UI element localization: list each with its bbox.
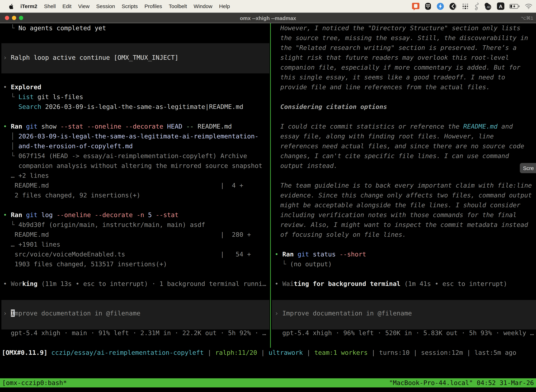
macos-menu-bar: iTerm2ShellEditViewSessionScriptsProfile… — [0, 0, 536, 13]
tmux-session-window: [omx-cczip0:bash* — [2, 378, 67, 387]
window-shortcut-badge: ⌥⌘1 — [521, 15, 533, 21]
left-pane[interactable]: └ No agents completed yet› Ralph loop ac… — [0, 23, 270, 348]
terminal-line: README.md | 4 + — [3, 181, 270, 190]
terminal-line — [3, 200, 270, 210]
squiggle-icon[interactable] — [474, 2, 479, 10]
screen-indicator-overlay[interactable]: Scre — [520, 163, 536, 173]
terminal-line — [275, 92, 536, 102]
menu-item-shell[interactable]: Shell — [44, 3, 56, 9]
terminal-line — [3, 318, 270, 328]
terminal-line: └ No agents completed yet — [3, 23, 270, 33]
terminal-line: review. Also, I might want to inspect th… — [275, 220, 536, 230]
terminal-line: • Ran git status --short — [275, 249, 536, 259]
terminal-gap — [0, 358, 536, 378]
traffic-lights — [0, 16, 23, 20]
terminal-line: └ 4b9d30f (origin/main, instructkr/main,… — [3, 220, 270, 230]
zoom-button[interactable] — [19, 16, 23, 20]
terminal-line: companion analysis without altering the … — [3, 161, 270, 171]
minimize-button[interactable] — [12, 16, 16, 20]
badge-61-label: ..61 — [486, 5, 491, 9]
terminal-line — [275, 299, 536, 308]
terminal-line: references need actual files, and since … — [275, 141, 536, 151]
terminal-line: the "Related research writing" section i… — [275, 43, 536, 53]
terminal-line — [3, 33, 270, 43]
apple-menu-icon[interactable] — [9, 3, 14, 9]
terminal-line — [275, 171, 536, 181]
terminal-line — [275, 112, 536, 121]
omx-status-bar: [OMX#0.11.9] cczip/essay/ai-reimplementa… — [0, 348, 536, 358]
terminal-line: output instead. — [275, 161, 536, 171]
menu-item-scripts[interactable]: Scripts — [122, 3, 138, 9]
wifi-icon[interactable] — [525, 3, 532, 9]
menu-item-session[interactable]: Session — [96, 3, 115, 9]
menu-item-toolbelt[interactable]: Toolbelt — [169, 3, 187, 9]
menu-items: iTerm2ShellEditViewSessionScriptsProfile… — [9, 3, 412, 9]
menu-item-window[interactable]: Window — [194, 3, 212, 9]
terminal-line: • Waiting for background terminal (1m 41… — [275, 279, 536, 289]
terminal: └ No agents completed yet› Ralph loop ac… — [0, 23, 536, 392]
terminal-line: gpt-5.4 xhigh · 96% left · 520K in · 5.8… — [275, 328, 536, 338]
blue-bolt-icon[interactable] — [436, 2, 444, 10]
battery-charging-icon[interactable] — [509, 4, 520, 9]
menu-item-edit[interactable]: Edit — [62, 3, 72, 9]
badge-61-icon[interactable]: ..61 — [483, 2, 492, 10]
terminal-line: │ and-the-erosion-of-copyleft.md — [3, 141, 270, 151]
menu-item-list: iTerm2ShellEditViewSessionScriptsProfile… — [20, 3, 230, 9]
terminal-line: › Improve documentation in @filename — [275, 308, 536, 318]
terminal-line: 2 files changed, 92 insertions(+) — [3, 190, 270, 200]
terminal-line: including verification notes with those … — [275, 210, 536, 220]
close-button[interactable] — [5, 16, 9, 20]
terminal-line: I could cite commit statistics or refere… — [275, 121, 536, 131]
terminal-line: › Improve documentation in @filename — [3, 308, 270, 318]
screen: iTerm2ShellEditViewSessionScriptsProfile… — [0, 0, 536, 392]
terminal-line — [275, 269, 536, 279]
window-title-bar: omx --xhigh --madmax ⌥⌘1 — [0, 13, 536, 23]
terminal-line: Considering citation options — [275, 102, 536, 112]
terminal-line: • Ran git show --stat --oneline --decora… — [3, 121, 270, 131]
terminal-line — [3, 43, 270, 53]
chat-bubble-icon[interactable] — [412, 2, 420, 10]
terminal-line: provide file and line references from th… — [275, 82, 536, 92]
terminal-line — [3, 269, 270, 279]
terminal-line: └ (no output) — [275, 259, 536, 269]
terminal-line: of focusing solely on file lines. — [275, 230, 536, 240]
terminal-line: › Ralph loop active continue [OMX_TMUX_I… — [3, 53, 270, 62]
tmux-panes: └ No agents completed yet› Ralph loop ac… — [0, 23, 536, 348]
tmux-status-bar: [omx-cczip0:bash* "MacBook-Pro-44.local"… — [0, 378, 536, 387]
terminal-line: the source tree, missing the essay. Stil… — [275, 33, 536, 43]
terminal-line: gpt-5.4 xhigh · main · 91% left · 2.31M … — [3, 328, 270, 338]
menu-item-iterm2[interactable]: iTerm2 — [20, 3, 37, 9]
letter-a-icon[interactable]: A — [497, 2, 504, 10]
terminal-line: … +1901 lines — [3, 240, 270, 249]
terminal-line — [275, 289, 536, 299]
terminal-line: README.md | 280 + — [3, 230, 270, 240]
terminal-line: src/voice/voiceModeEnabled.ts | 54 + — [3, 249, 270, 259]
shield-grid-icon[interactable] — [425, 2, 431, 10]
menu-item-view[interactable]: View — [78, 3, 90, 9]
window-title: omx --xhigh --madmax — [0, 15, 536, 21]
terminal-line: • Explored — [3, 82, 270, 92]
terminal-line: evidence. Since this change only affects… — [275, 190, 536, 200]
circle-chevron-icon[interactable] — [449, 2, 457, 10]
menu-item-help[interactable]: Help — [219, 3, 230, 9]
dots-grid-icon[interactable] — [462, 3, 469, 10]
terminal-line — [3, 72, 270, 82]
terminal-line — [3, 299, 270, 308]
terminal-line: However, I noticed the "Directory Struct… — [275, 23, 536, 33]
terminal-line: [OMX#0.11.9] cczip/essay/ai-reimplementa… — [2, 348, 536, 358]
terminal-line: • Working (11m 13s • esc to interrupt) ·… — [3, 279, 270, 289]
terminal-line: this single essay, it seems like a good … — [275, 72, 536, 82]
terminal-line — [3, 112, 270, 121]
terminal-line: └ List git ls-files — [3, 92, 270, 102]
tmux-host-clock: "MacBook-Pro-44.local" 04:52 31-Mar-26 — [389, 378, 534, 387]
terminal-line — [3, 289, 270, 299]
terminal-line: changes, I can't cite specific file line… — [275, 151, 536, 161]
menu-item-profiles[interactable]: Profiles — [144, 3, 162, 9]
terminal-line: companion file, especially if more comme… — [275, 62, 536, 72]
menu-status-icons: ..61 A — [412, 2, 532, 10]
right-pane[interactable]: However, I noticed the "Directory Struct… — [271, 23, 536, 348]
terminal-line: … +2 lines — [3, 171, 270, 181]
terminal-line: The team guideline is to back every impo… — [275, 181, 536, 190]
terminal-line: essay file, along with finding root file… — [275, 131, 536, 141]
terminal-line: might be acceptable alongside the file l… — [275, 200, 536, 210]
